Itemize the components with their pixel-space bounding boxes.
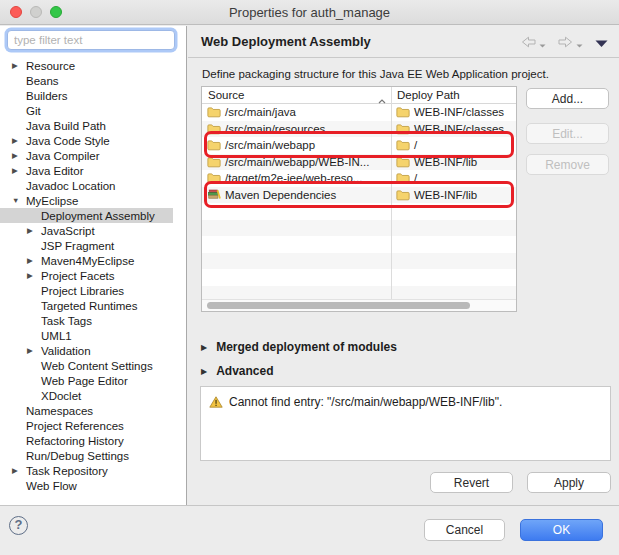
sidebar-item-java-build-path[interactable]: Java Build Path <box>0 118 185 133</box>
source-cell-text: /src/main/webapp/WEB-IN... <box>225 156 369 168</box>
source-cell: /src/main/webapp/WEB-IN... <box>202 156 391 168</box>
sidebar-item-web-flow[interactable]: Web Flow <box>0 478 185 493</box>
section-merged-deployment-toggle[interactable]: ▶ Merged deployment of modules <box>201 340 397 354</box>
empty-row <box>202 236 516 253</box>
sidebar-item-javadoc-location[interactable]: Javadoc Location <box>0 178 185 193</box>
sidebar-item-web-page-editor[interactable]: Web Page Editor <box>0 373 185 388</box>
tree-collapsed-icon[interactable]: ▶ <box>12 463 26 478</box>
sidebar-item-label: Java Compiler <box>26 150 100 162</box>
sidebar: ▶ResourceBeansBuildersGitJava Build Path… <box>0 26 187 505</box>
table-row[interactable]: /src/main/webapp/ <box>202 137 516 154</box>
remove-button[interactable]: Remove <box>526 154 609 175</box>
sidebar-item-builders[interactable]: Builders <box>0 88 185 103</box>
source-cell-text: Maven Dependencies <box>225 189 336 201</box>
sidebar-item-myeclipse[interactable]: ▼MyEclipse <box>0 193 185 208</box>
sidebar-item-uml1[interactable]: UML1 <box>0 328 185 343</box>
sidebar-item-javascript[interactable]: ▶JavaScript <box>0 223 185 238</box>
table-row[interactable]: /src/main/webapp/WEB-IN...WEB-INF/lib <box>202 154 516 171</box>
revert-button[interactable]: Revert <box>430 472 513 493</box>
forward-icon[interactable] <box>558 34 573 52</box>
sidebar-item-beans[interactable]: Beans <box>0 73 185 88</box>
filter-input[interactable] <box>7 30 175 50</box>
sidebar-item-label: Project Libraries <box>41 285 124 297</box>
forward-dropdown-icon[interactable] <box>576 34 583 52</box>
empty-row <box>202 220 516 237</box>
ok-button[interactable]: OK <box>520 519 603 541</box>
folder-icon <box>396 123 410 135</box>
sidebar-item-deployment-assembly[interactable]: Deployment Assembly <box>0 208 173 223</box>
empty-row <box>202 203 516 220</box>
zoom-button[interactable] <box>50 6 62 18</box>
sidebar-item-xdoclet[interactable]: XDoclet <box>0 388 185 403</box>
sidebar-item-project-references[interactable]: Project References <box>0 418 185 433</box>
chevron-right-icon: ▶ <box>201 367 207 376</box>
sidebar-item-label: Beans <box>26 75 59 87</box>
cancel-button[interactable]: Cancel <box>424 519 505 541</box>
sidebar-item-label: Maven4MyEclipse <box>41 255 134 267</box>
back-icon[interactable] <box>521 34 536 52</box>
table-row[interactable]: /target/m2e-jee/web-reso.../ <box>202 170 516 187</box>
sidebar-item-refactoring-history[interactable]: Refactoring History <box>0 433 185 448</box>
folder-icon <box>207 139 221 151</box>
table-row[interactable]: /src/main/resourcesWEB-INF/classes <box>202 121 516 138</box>
folder-icon <box>396 172 410 184</box>
horizontal-scrollbar[interactable] <box>202 299 516 311</box>
deploy-path-cell: WEB-INF/classes <box>391 106 516 118</box>
source-column-header[interactable]: Source <box>202 87 391 103</box>
close-button[interactable] <box>10 6 22 18</box>
description-text: Define packaging structure for this Java… <box>202 68 549 80</box>
scrollbar-thumb[interactable] <box>207 302 470 309</box>
tree-collapsed-icon[interactable]: ▶ <box>12 133 26 148</box>
tree-collapsed-icon[interactable]: ▶ <box>12 58 26 73</box>
window-title: Properties for auth_manage <box>0 0 619 25</box>
apply-button[interactable]: Apply <box>527 472 611 493</box>
sidebar-item-targeted-runtimes[interactable]: Targeted Runtimes <box>0 298 185 313</box>
minimize-button[interactable] <box>30 6 42 18</box>
sidebar-item-resource[interactable]: ▶Resource <box>0 58 185 73</box>
sidebar-item-label: MyEclipse <box>26 195 78 207</box>
section-advanced-toggle[interactable]: ▶ Advanced <box>201 364 274 378</box>
tree-collapsed-icon[interactable]: ▶ <box>27 223 41 238</box>
sidebar-item-git[interactable]: Git <box>0 103 185 118</box>
source-cell: /src/main/webapp <box>202 139 391 151</box>
sidebar-item-java-code-style[interactable]: ▶Java Code Style <box>0 133 185 148</box>
warning-icon <box>209 394 223 412</box>
sidebar-item-jsp-fragment[interactable]: JSP Fragment <box>0 238 185 253</box>
help-button[interactable]: ? <box>9 516 28 535</box>
source-cell: /src/main/resources <box>202 123 391 135</box>
library-icon <box>207 189 221 201</box>
tree-collapsed-icon[interactable]: ▶ <box>12 148 26 163</box>
sidebar-item-java-compiler[interactable]: ▶Java Compiler <box>0 148 185 163</box>
deploy-path-cell-text: / <box>414 139 417 151</box>
tree-collapsed-icon[interactable]: ▶ <box>27 268 41 283</box>
view-menu-icon[interactable] <box>595 34 608 52</box>
folder-icon <box>207 156 221 168</box>
tree-collapsed-icon[interactable]: ▶ <box>12 163 26 178</box>
sidebar-item-label: Task Tags <box>41 315 92 327</box>
edit-button[interactable]: Edit... <box>526 123 609 144</box>
sidebar-item-run-debug-settings[interactable]: Run/Debug Settings <box>0 448 185 463</box>
sidebar-item-project-facets[interactable]: ▶Project Facets <box>0 268 185 283</box>
back-dropdown-icon[interactable] <box>539 34 546 52</box>
sidebar-tree: ▶ResourceBeansBuildersGitJava Build Path… <box>0 56 185 505</box>
sidebar-item-validation[interactable]: ▶Validation <box>0 343 185 358</box>
table-row[interactable]: /src/main/javaWEB-INF/classes <box>202 104 516 121</box>
sidebar-item-task-repository[interactable]: ▶Task Repository <box>0 463 185 478</box>
deploy-path-cell-text: WEB-INF/classes <box>414 123 504 135</box>
table-row[interactable]: Maven DependenciesWEB-INF/lib <box>202 187 516 204</box>
tree-collapsed-icon[interactable]: ▶ <box>27 343 41 358</box>
sidebar-item-label: Builders <box>26 90 68 102</box>
sidebar-item-task-tags[interactable]: Task Tags <box>0 313 185 328</box>
source-cell-text: /src/main/java <box>225 106 296 118</box>
add-button[interactable]: Add... <box>526 88 609 109</box>
tree-expanded-icon[interactable]: ▼ <box>12 193 26 208</box>
sidebar-item-maven4myeclipse[interactable]: ▶Maven4MyEclipse <box>0 253 185 268</box>
sidebar-item-java-editor[interactable]: ▶Java Editor <box>0 163 185 178</box>
sidebar-item-namespaces[interactable]: Namespaces <box>0 403 185 418</box>
tree-collapsed-icon[interactable]: ▶ <box>27 253 41 268</box>
deploy-path-column-header[interactable]: Deploy Path <box>391 87 516 103</box>
sidebar-item-project-libraries[interactable]: Project Libraries <box>0 283 185 298</box>
warning-text: Cannot find entry: "/src/main/webapp/WEB… <box>229 395 502 409</box>
sidebar-item-label: Java Editor <box>26 165 84 177</box>
sidebar-item-web-content-settings[interactable]: Web Content Settings <box>0 358 185 373</box>
